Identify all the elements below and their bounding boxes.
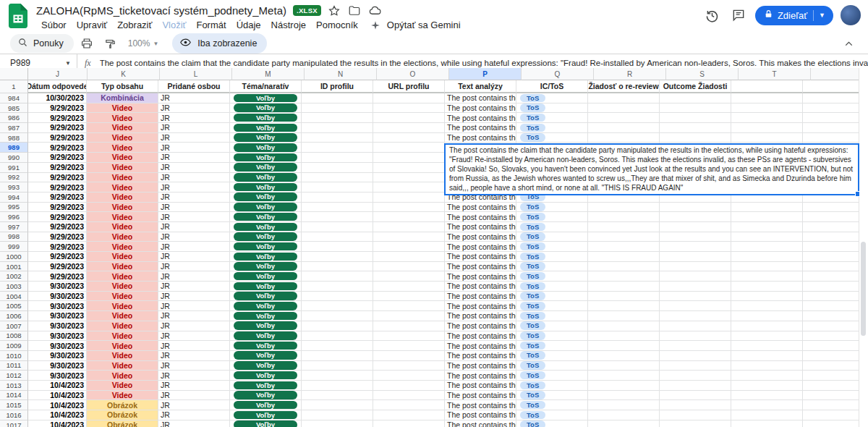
row-number[interactable]: 985 bbox=[0, 103, 28, 114]
comments-icon[interactable] bbox=[729, 6, 748, 25]
row-number[interactable]: 1009 bbox=[0, 341, 28, 351]
header-person[interactable]: Pridané osbou bbox=[158, 80, 230, 93]
date-cell[interactable]: 9/29/2023 bbox=[28, 143, 87, 153]
header-theme[interactable]: Téma/naratív bbox=[230, 80, 302, 93]
theme-cell[interactable]: Voľby bbox=[230, 400, 302, 410]
content-type-cell[interactable]: Video bbox=[87, 341, 158, 351]
url-profile-cell[interactable] bbox=[373, 173, 445, 183]
content-type-cell[interactable]: Obrázok bbox=[87, 400, 158, 410]
url-profile-cell[interactable] bbox=[373, 351, 445, 361]
re-review-cell[interactable] bbox=[588, 242, 660, 252]
re-review-cell[interactable] bbox=[588, 282, 660, 292]
scrollbar-thumb[interactable] bbox=[861, 242, 866, 336]
person-cell[interactable]: JR bbox=[158, 103, 230, 114]
content-type-cell[interactable]: Video bbox=[87, 252, 158, 262]
person-cell[interactable]: JR bbox=[158, 391, 230, 401]
empty-cell[interactable] bbox=[803, 252, 859, 262]
print-icon[interactable] bbox=[77, 35, 97, 52]
content-type-cell[interactable]: Video bbox=[87, 182, 158, 193]
text-analysis-cell[interactable]: The post contains the bbox=[445, 361, 516, 371]
id-profile-cell[interactable] bbox=[302, 331, 373, 342]
id-profile-cell[interactable] bbox=[302, 351, 373, 361]
date-cell[interactable]: 9/29/2023 bbox=[28, 222, 87, 232]
text-analysis-cell[interactable]: The post contains the bbox=[445, 321, 516, 331]
re-review-cell[interactable] bbox=[588, 321, 660, 331]
row-number[interactable]: 990 bbox=[0, 153, 28, 163]
share-button[interactable]: Zdieľať ▼ bbox=[755, 6, 833, 25]
empty-cell[interactable] bbox=[731, 381, 803, 391]
url-profile-cell[interactable] bbox=[373, 103, 445, 114]
content-type-cell[interactable]: Video bbox=[87, 193, 158, 203]
content-type-cell[interactable]: Video bbox=[87, 381, 158, 391]
url-profile-cell[interactable] bbox=[373, 153, 445, 163]
re-review-cell[interactable] bbox=[588, 212, 660, 222]
date-cell[interactable]: 9/30/2023 bbox=[28, 361, 87, 371]
date-cell[interactable]: 10/4/2023 bbox=[28, 410, 87, 420]
ic-tos-cell[interactable]: ToS bbox=[516, 381, 588, 391]
person-cell[interactable]: JR bbox=[158, 173, 230, 183]
url-profile-cell[interactable] bbox=[373, 113, 445, 123]
outcome-cell[interactable] bbox=[660, 381, 731, 391]
empty-cell[interactable] bbox=[803, 103, 859, 114]
person-cell[interactable]: JR bbox=[158, 341, 230, 351]
theme-cell[interactable]: Voľby bbox=[230, 361, 302, 371]
person-cell[interactable]: JR bbox=[158, 212, 230, 222]
content-type-cell[interactable]: Video bbox=[87, 232, 158, 242]
content-type-cell[interactable]: Video bbox=[87, 282, 158, 292]
date-cell[interactable]: 9/30/2023 bbox=[28, 371, 87, 381]
empty-cell[interactable] bbox=[803, 361, 859, 371]
outcome-cell[interactable] bbox=[660, 123, 731, 133]
empty-cell[interactable] bbox=[731, 341, 803, 351]
content-type-cell[interactable]: Video bbox=[87, 311, 158, 321]
ic-tos-cell[interactable]: ToS bbox=[516, 113, 588, 123]
url-profile-cell[interactable] bbox=[373, 222, 445, 232]
ic-tos-cell[interactable]: ToS bbox=[516, 222, 588, 232]
theme-cell[interactable]: Voľby bbox=[230, 222, 302, 232]
ic-tos-cell[interactable]: ToS bbox=[516, 103, 588, 114]
re-review-cell[interactable] bbox=[588, 133, 660, 143]
star-icon[interactable] bbox=[328, 4, 341, 17]
row-number[interactable]: 1015 bbox=[0, 400, 28, 410]
id-profile-cell[interactable] bbox=[302, 252, 373, 262]
content-type-cell[interactable]: Video bbox=[87, 361, 158, 371]
outcome-cell[interactable] bbox=[660, 271, 731, 282]
empty-cell[interactable] bbox=[803, 282, 859, 292]
outcome-cell[interactable] bbox=[660, 321, 731, 331]
menu-n-stroje[interactable]: Nástroje bbox=[266, 19, 311, 31]
ic-tos-cell[interactable]: ToS bbox=[516, 252, 588, 262]
text-analysis-cell[interactable]: The post contains the bbox=[445, 222, 516, 232]
re-review-cell[interactable] bbox=[588, 371, 660, 381]
theme-cell[interactable]: Voľby bbox=[230, 203, 302, 213]
person-cell[interactable]: JR bbox=[158, 123, 230, 133]
empty-cell[interactable] bbox=[731, 420, 803, 427]
document-title[interactable]: ZALOHA(RpMS_ticketovací systém_podnety_M… bbox=[36, 4, 286, 17]
id-profile-cell[interactable] bbox=[302, 163, 373, 173]
person-cell[interactable]: JR bbox=[158, 262, 230, 272]
id-profile-cell[interactable] bbox=[302, 93, 373, 103]
ic-tos-cell[interactable]: ToS bbox=[516, 371, 588, 381]
empty-cell[interactable] bbox=[803, 113, 859, 123]
content-type-cell[interactable]: Video bbox=[87, 262, 158, 272]
person-cell[interactable]: JR bbox=[158, 331, 230, 342]
theme-cell[interactable]: Voľby bbox=[230, 410, 302, 420]
empty-cell[interactable] bbox=[731, 103, 803, 114]
url-profile-cell[interactable] bbox=[373, 400, 445, 410]
person-cell[interactable]: JR bbox=[158, 222, 230, 232]
theme-cell[interactable]: Voľby bbox=[230, 242, 302, 252]
row-number[interactable]: 986 bbox=[0, 113, 28, 123]
outcome-cell[interactable] bbox=[660, 222, 731, 232]
ic-tos-cell[interactable]: ToS bbox=[516, 242, 588, 252]
row-number[interactable]: 997 bbox=[0, 222, 28, 232]
text-analysis-cell[interactable]: The post contains the bbox=[445, 351, 516, 361]
ic-tos-cell[interactable]: ToS bbox=[516, 420, 588, 427]
text-analysis-cell[interactable]: The post contains the bbox=[445, 311, 516, 321]
url-profile-cell[interactable] bbox=[373, 410, 445, 420]
date-cell[interactable]: 9/30/2023 bbox=[28, 301, 87, 311]
id-profile-cell[interactable] bbox=[302, 341, 373, 351]
text-analysis-cell[interactable]: The post contains the bbox=[445, 212, 516, 222]
outcome-cell[interactable] bbox=[660, 292, 731, 302]
content-type-cell[interactable]: Obrázok bbox=[87, 410, 158, 420]
empty-cell[interactable] bbox=[803, 321, 859, 331]
person-cell[interactable]: JR bbox=[158, 321, 230, 331]
theme-cell[interactable]: Voľby bbox=[230, 143, 302, 153]
